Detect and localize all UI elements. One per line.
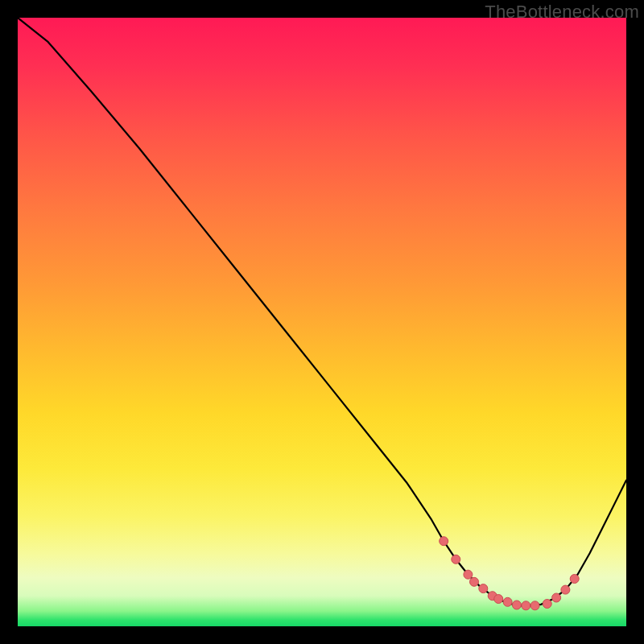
marker-dot [464, 570, 473, 579]
marker-dot [494, 595, 503, 604]
chart-overlay [18, 18, 626, 626]
watermark-label: TheBottleneck.com [485, 2, 639, 23]
marker-dot [543, 600, 551, 609]
marker-dot [479, 584, 488, 593]
highlight-markers [440, 537, 580, 610]
marker-dot [440, 537, 448, 546]
marker-dot [503, 597, 512, 606]
marker-dot [552, 593, 561, 602]
marker-dot [512, 601, 521, 609]
marker-dot [470, 577, 479, 586]
chart-frame [18, 18, 626, 626]
marker-dot [570, 575, 579, 584]
bottleneck-curve [18, 18, 626, 605]
marker-dot [530, 601, 539, 610]
marker-dot [452, 555, 460, 564]
marker-dot [561, 585, 570, 594]
marker-dot [522, 601, 530, 610]
